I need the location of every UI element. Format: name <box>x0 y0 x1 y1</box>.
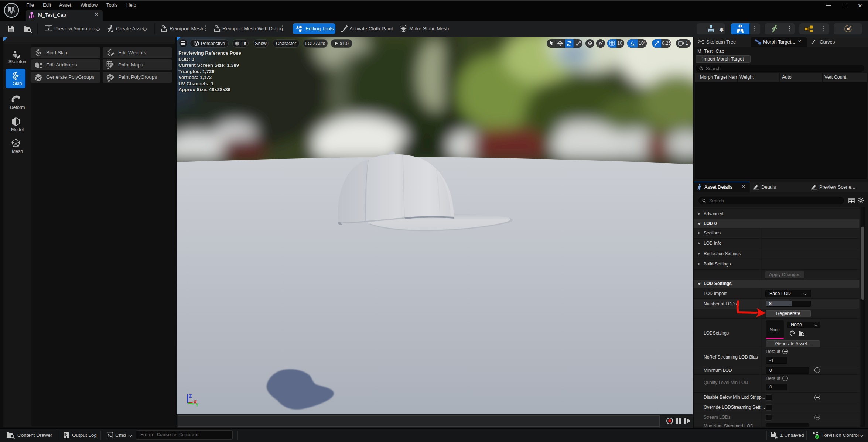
svg-text:Y: Y <box>195 402 198 408</box>
svg-text:Z: Z <box>189 393 192 399</box>
